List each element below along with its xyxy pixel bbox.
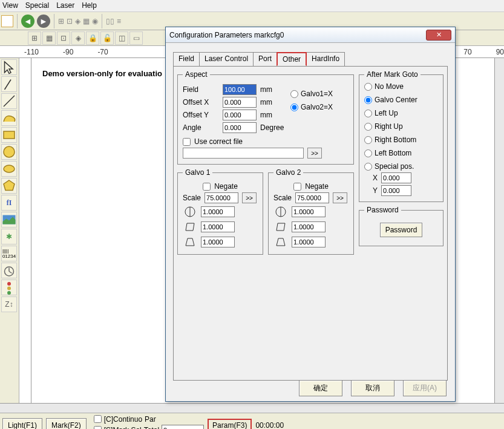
scrollbar-horizontal[interactable] (0, 403, 504, 413)
tool-icon[interactable]: ⊡ (67, 17, 73, 25)
total-input[interactable] (162, 425, 204, 430)
image-tool[interactable] (1, 212, 17, 228)
offsetx-input[interactable] (223, 97, 257, 108)
rightup-radio[interactable] (364, 123, 372, 131)
g2-v1-input[interactable] (292, 206, 326, 217)
tool-icon[interactable]: ⊞ (58, 17, 64, 25)
aspect-group: Aspect Fieldmm Offset Xmm Offset Ymm Ang… (177, 70, 354, 165)
g2-v3-input[interactable] (292, 237, 326, 247)
g1-v1-input[interactable] (201, 206, 235, 217)
lock-icon[interactable]: 🔒 (86, 31, 99, 45)
ellipse-tool[interactable] (1, 161, 17, 177)
tool-icon[interactable]: ◈ (71, 31, 85, 45)
tool-icon[interactable]: ≡ (117, 17, 121, 25)
curve-tool[interactable] (1, 110, 17, 126)
marksel-checkbox[interactable] (94, 426, 102, 429)
forward-button[interactable]: ► (37, 15, 50, 28)
g1-scale-input[interactable] (205, 192, 238, 203)
tool-icon[interactable]: ◈ (75, 17, 80, 25)
leftup-radio[interactable] (364, 110, 372, 117)
menu-view[interactable]: View (2, 1, 18, 10)
left-toolbox: fI ✱ |||||01234 Z↕ (0, 58, 19, 403)
close-button[interactable]: ✕ (426, 30, 451, 41)
tab-port[interactable]: Port (253, 52, 277, 66)
z-tool[interactable]: Z↕ (1, 296, 17, 312)
offsety-input[interactable] (223, 110, 257, 120)
light-button[interactable]: Light(F1) (2, 418, 42, 430)
tool-icon[interactable]: ⊞ (28, 31, 41, 45)
line-tool[interactable] (1, 93, 17, 109)
svg-point-5 (7, 282, 11, 286)
status-bar: Light(F1) Mark(F2) [C]Continuo Par [S]Ma… (0, 413, 504, 429)
circle-icon (183, 205, 197, 218)
tab-other[interactable]: Other (277, 52, 307, 66)
lock-icon[interactable]: 🔓 (100, 31, 114, 45)
g2-scale-btn[interactable]: >> (333, 192, 347, 203)
tool-icon[interactable]: ▭ (129, 31, 143, 45)
rightbottom-radio[interactable] (364, 136, 372, 144)
password-button[interactable]: Password (380, 223, 423, 237)
galvo2x-radio[interactable] (290, 103, 298, 111)
svg-point-7 (7, 291, 11, 295)
back-button[interactable]: ◄ (21, 15, 34, 28)
dialog-titlebar[interactable]: Configuration Parameters markcfg0 ✕ (166, 27, 455, 43)
menu-laser[interactable]: Laser (56, 1, 74, 10)
tool-icon[interactable]: ▦ (83, 17, 90, 25)
special-radio[interactable] (364, 163, 372, 171)
circle-tool[interactable] (1, 144, 17, 160)
trapezoid-icon (273, 235, 288, 249)
g1-scale-btn[interactable]: >> (242, 192, 257, 203)
select-tool[interactable] (1, 76, 17, 92)
tool-icon[interactable]: ▦ (42, 31, 56, 45)
browse-button[interactable]: >> (307, 148, 322, 159)
text-tool[interactable]: fI (1, 195, 17, 211)
aftermark-group: After Mark Goto No Move Galvo Center Lef… (359, 70, 443, 202)
tab-laser[interactable]: Laser Control (199, 52, 254, 66)
g2-scale-input[interactable] (295, 192, 329, 203)
barcode-tool[interactable]: |||||01234 (1, 246, 17, 261)
leftbottom-radio[interactable] (364, 149, 372, 157)
center-radio[interactable] (364, 96, 372, 104)
polygon-tool[interactable] (1, 178, 17, 194)
gotoy-input[interactable] (381, 185, 411, 196)
password-group: Password Password (359, 206, 443, 246)
gotox-input[interactable] (381, 172, 411, 183)
g2-negate-checkbox[interactable] (293, 183, 301, 191)
apply-button[interactable]: 应用(A) (403, 380, 447, 396)
dialog-tabs: Field Laser Control Port Other HardInfo (173, 52, 448, 66)
cursor-tool[interactable] (1, 59, 17, 75)
nomove-radio[interactable] (364, 83, 372, 91)
cancel-button[interactable]: 取消 (351, 380, 394, 396)
g2-v2-input[interactable] (292, 221, 326, 232)
tool-icon[interactable]: ▯▯ (106, 17, 114, 25)
tab-field[interactable]: Field (173, 52, 200, 66)
g1-v3-input[interactable] (201, 237, 235, 247)
field-input[interactable] (223, 84, 257, 95)
scrollbar-vertical[interactable] (494, 58, 504, 403)
galvo1x-radio[interactable] (290, 90, 298, 98)
angle-input[interactable] (223, 122, 257, 133)
tool-icon[interactable]: ⊡ (57, 31, 70, 45)
menu-special[interactable]: Special (25, 1, 49, 10)
hatch-tool[interactable]: ✱ (1, 229, 17, 244)
tool-icon[interactable]: ◉ (92, 17, 98, 25)
g1-v2-input[interactable] (201, 221, 235, 232)
mark-button[interactable]: Mark(F2) (46, 418, 87, 430)
rect-tool[interactable] (1, 127, 17, 143)
time-display: 00:00:00 (255, 421, 284, 430)
continuous-checkbox[interactable] (94, 415, 102, 423)
ok-button[interactable]: 确定 (299, 380, 342, 396)
trapezoid-icon (183, 235, 197, 249)
menu-bar: View Special Laser Help (0, 0, 504, 12)
light-tool[interactable] (1, 280, 17, 295)
new-icon[interactable] (1, 15, 13, 27)
tab-hardinfo[interactable]: HardInfo (306, 52, 345, 66)
param-button[interactable]: Param(F3) (208, 419, 252, 430)
timer-tool[interactable] (1, 263, 17, 278)
watermark-text: Demo version-only for evaluatio (42, 69, 162, 78)
menu-help[interactable]: Help (82, 1, 97, 10)
correctfile-input[interactable] (183, 148, 304, 159)
usefile-checkbox[interactable] (183, 138, 191, 146)
g1-negate-checkbox[interactable] (203, 183, 211, 191)
tool-icon[interactable]: ◫ (115, 31, 128, 45)
